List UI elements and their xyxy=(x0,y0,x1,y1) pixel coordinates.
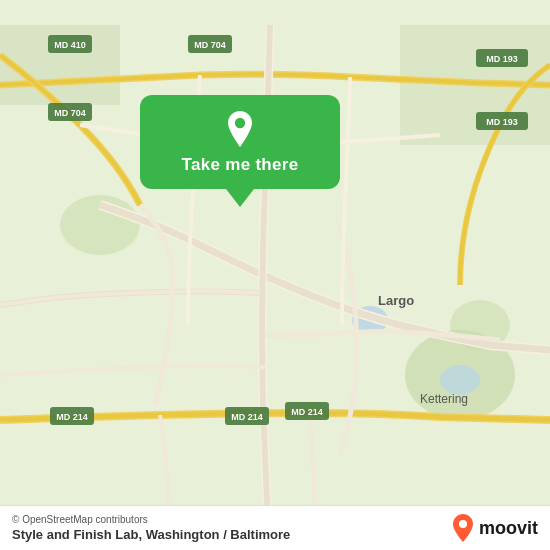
bottom-left: © OpenStreetMap contributors Style and F… xyxy=(12,514,290,542)
balloon-pointer xyxy=(226,189,254,207)
svg-text:MD 214: MD 214 xyxy=(56,412,88,422)
location-name: Style and Finish Lab, Washington / Balti… xyxy=(12,527,290,542)
svg-text:Largo: Largo xyxy=(378,293,414,308)
svg-text:MD 704: MD 704 xyxy=(54,108,86,118)
moovit-brand-text: moovit xyxy=(479,518,538,539)
popup-balloon: Take me there xyxy=(140,95,340,207)
svg-text:MD 704: MD 704 xyxy=(194,40,226,50)
bottom-bar: © OpenStreetMap contributors Style and F… xyxy=(0,505,550,550)
osm-attribution: © OpenStreetMap contributors xyxy=(12,514,290,525)
take-me-there-button[interactable]: Take me there xyxy=(182,155,299,175)
moovit-pin-icon xyxy=(451,514,475,542)
location-pin-icon xyxy=(222,111,258,147)
svg-text:MD 214: MD 214 xyxy=(291,407,323,417)
svg-point-4 xyxy=(60,195,140,255)
moovit-logo[interactable]: moovit xyxy=(451,514,538,542)
svg-text:MD 410: MD 410 xyxy=(54,40,86,50)
svg-text:Kettering: Kettering xyxy=(420,392,468,406)
balloon-body: Take me there xyxy=(140,95,340,189)
svg-text:MD 214: MD 214 xyxy=(231,412,263,422)
svg-point-7 xyxy=(440,365,480,395)
map-container: MD 410 MD 704 MD 704 MD MD 193 MD 193 MD… xyxy=(0,0,550,550)
svg-text:MD 193: MD 193 xyxy=(486,54,518,64)
svg-text:MD 193: MD 193 xyxy=(486,117,518,127)
svg-point-29 xyxy=(459,520,467,528)
svg-point-28 xyxy=(235,118,245,128)
